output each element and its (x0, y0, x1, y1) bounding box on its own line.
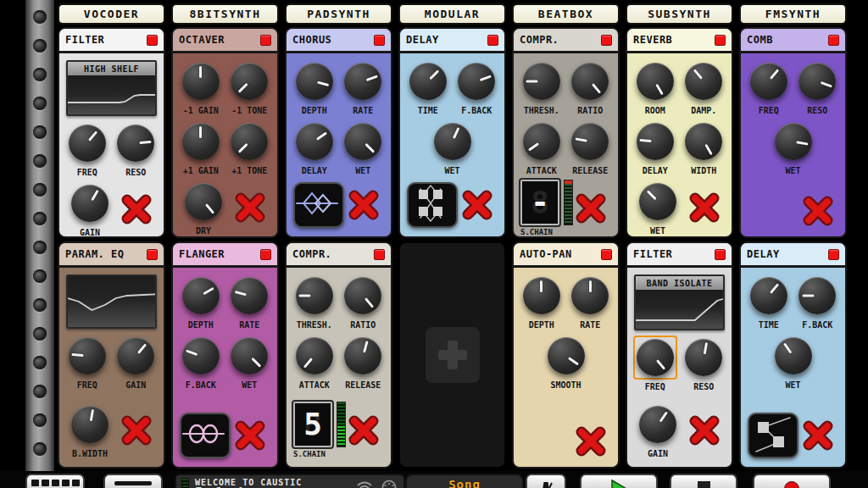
song-mode-button[interactable]: Song (405, 474, 524, 488)
knob-dial[interactable] (296, 63, 333, 100)
remove-effect-button[interactable] (120, 192, 153, 226)
knob-attack[interactable]: ATTACK (291, 334, 338, 390)
knob-delay[interactable]: DELAY (291, 119, 338, 175)
delay-taps-display-icon[interactable] (748, 413, 798, 458)
remove-effect-button[interactable] (120, 413, 153, 447)
knob-f-back[interactable]: F.BACK (793, 274, 841, 330)
knob-dial[interactable] (296, 277, 333, 314)
knob-dial[interactable] (571, 63, 609, 100)
knob-dial[interactable] (523, 277, 560, 314)
knob-dial[interactable] (344, 277, 381, 314)
stop-button[interactable] (670, 474, 737, 488)
knob-dial[interactable] (182, 337, 220, 374)
knob-dial[interactable] (637, 339, 674, 376)
sidechain-display[interactable]: 85S.CHAIN (293, 402, 346, 458)
knob-wet[interactable]: WET (429, 119, 476, 175)
machine-tab-padsynth[interactable]: PADSYNTH (285, 3, 392, 25)
knob-freq[interactable]: FREQ (745, 59, 793, 115)
knob-dial[interactable] (750, 63, 787, 100)
knob-dial[interactable] (523, 123, 560, 160)
knob-dial[interactable] (69, 125, 106, 162)
knob-delay[interactable]: DELAY (632, 119, 679, 175)
remove-effect-button[interactable] (687, 413, 721, 447)
knob-dial[interactable] (685, 63, 722, 100)
knob-1-tone[interactable]: -1 TONE (225, 59, 273, 115)
knob-ratio[interactable]: RATIO (339, 274, 387, 330)
knob-dial[interactable] (117, 337, 154, 374)
effect-enable-led[interactable] (828, 249, 839, 260)
knob-1-tone[interactable]: +1 TONE (225, 119, 273, 175)
knob-dial[interactable] (775, 337, 812, 374)
remove-effect-button[interactable] (687, 191, 721, 225)
machine-tab-8bitsynth[interactable]: 8BITSYNTH (171, 3, 279, 25)
filter-type-display[interactable] (66, 274, 157, 329)
knob-depth[interactable]: DEPTH (177, 274, 225, 330)
effect-enable-led[interactable] (260, 35, 271, 46)
machine-tab-subsynth[interactable]: SUBSYNTH (626, 3, 733, 25)
knob-dial[interactable] (458, 63, 495, 100)
empty-effect-slot[interactable] (398, 241, 506, 469)
knob-dial[interactable] (434, 123, 471, 160)
knob-dial[interactable] (71, 185, 108, 222)
knob-attack[interactable]: ATTACK (518, 119, 565, 175)
knob-dry[interactable]: DRY (180, 180, 227, 236)
effect-enable-led[interactable] (715, 249, 726, 260)
machine-tab-fmsynth[interactable]: FMSYNTH (739, 3, 847, 25)
knob-f-back[interactable]: F.BACK (453, 59, 500, 115)
remove-effect-button[interactable] (574, 191, 608, 225)
knob-dial[interactable] (637, 123, 674, 160)
knob-dial[interactable] (523, 63, 560, 100)
knob-dial[interactable] (296, 123, 333, 160)
knob-dial[interactable] (409, 63, 447, 100)
knob-damp[interactable]: DAMP. (680, 59, 727, 115)
knob-rate[interactable]: RATE (566, 274, 614, 330)
knob-freq[interactable]: FREQ (64, 334, 111, 390)
knob-dial[interactable] (344, 123, 381, 160)
knob-dial[interactable] (637, 63, 674, 100)
knob-rate[interactable]: RATE (339, 59, 387, 115)
knob-depth[interactable]: DEPTH (291, 59, 338, 115)
knob-dial[interactable] (750, 277, 787, 314)
machine-tab-beatbox[interactable]: BEATBOX (512, 3, 620, 25)
knob-smooth[interactable]: SMOOTH (542, 334, 590, 390)
remove-effect-button[interactable] (233, 191, 267, 225)
knob-1-gain[interactable]: +1 GAIN (177, 119, 225, 175)
record-button[interactable] (753, 474, 831, 488)
knob-time[interactable]: TIME (745, 274, 793, 330)
knob-gain[interactable]: GAIN (634, 402, 682, 458)
remove-effect-button[interactable] (801, 194, 835, 228)
knob-f-back[interactable]: F.BACK (177, 334, 225, 390)
knob-thresh[interactable]: THRESH. (518, 59, 565, 115)
knob-freq[interactable]: FREQ (632, 336, 679, 391)
pingpong-display-icon[interactable] (407, 182, 458, 228)
knob-rate[interactable]: RATE (225, 274, 273, 330)
knob-dial[interactable] (231, 277, 268, 314)
knob-dial[interactable] (571, 277, 609, 314)
effect-enable-led[interactable] (374, 35, 385, 46)
remove-effect-button[interactable] (574, 424, 608, 458)
knob-wet[interactable]: WET (339, 119, 387, 175)
knob-1-gain[interactable]: -1 GAIN (177, 59, 225, 115)
knob-freq[interactable]: FREQ (64, 121, 111, 177)
remove-effect-button[interactable] (347, 188, 381, 222)
knob-dial[interactable] (344, 63, 381, 100)
effect-enable-led[interactable] (487, 35, 498, 46)
effect-enable-led[interactable] (147, 35, 158, 46)
knob-dial[interactable] (185, 183, 222, 220)
effect-enable-led[interactable] (601, 249, 612, 260)
knob-thresh[interactable]: THRESH. (291, 274, 338, 330)
knob-dial[interactable] (182, 123, 220, 160)
machine-tab-vocoder[interactable]: VOCODER (58, 3, 165, 25)
knob-dial[interactable] (231, 123, 268, 160)
menu-button[interactable] (103, 474, 163, 488)
machine-tab-modular[interactable]: MODULAR (398, 3, 506, 25)
knob-gain[interactable]: GAIN (66, 181, 114, 237)
play-button[interactable] (580, 474, 658, 488)
knob-dial[interactable] (344, 337, 381, 374)
filter-type-display[interactable]: HIGH SHELF (66, 60, 157, 116)
effect-enable-led[interactable] (147, 249, 158, 260)
knob-dial[interactable] (639, 406, 676, 443)
metronome-button[interactable] (526, 474, 566, 488)
knob-dial[interactable] (117, 125, 154, 162)
knob-dial[interactable] (798, 63, 836, 100)
